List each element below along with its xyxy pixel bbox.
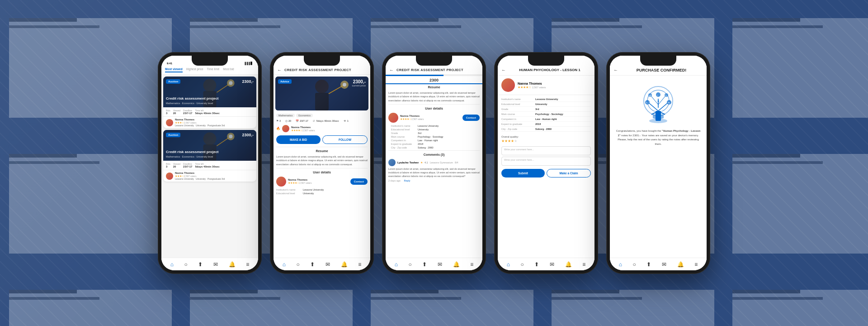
- phone-4: ← HUMAN PHYCHOLOGY - LESSON 1 Nanna Thom…: [494, 52, 598, 274]
- search-icon-4[interactable]: ○: [521, 261, 524, 268]
- contact-row-3: Nanna Thomes ★★★★☆2,567 voters Contact: [386, 111, 482, 124]
- page-title-2: CREDIT RISK ASSESSMENT PROJECT: [284, 68, 351, 72]
- avatar-p2-2: [276, 177, 286, 187]
- tab-most-viewed[interactable]: Most viewed: [165, 67, 183, 72]
- mail-icon-2[interactable]: ✉: [326, 261, 330, 268]
- meta-time: ⏱ 5days 40min 30sec: [313, 120, 339, 122]
- svg-point-11: [229, 134, 232, 138]
- submit-button-4[interactable]: Submit: [501, 169, 545, 177]
- follow-button[interactable]: FOLLOW: [322, 135, 368, 144]
- avatar-p4: [501, 78, 515, 92]
- card-1-1[interactable]: Auction 2300,- Credit risk assessment pr…: [163, 77, 256, 128]
- notch-3: [416, 56, 452, 66]
- search-icon-5[interactable]: ○: [633, 261, 636, 268]
- tab-most-bid[interactable]: Most bid: [223, 67, 234, 72]
- card-meta-2: Bids3 Viewed20 Deadline23/7-17 Time left…: [163, 161, 256, 170]
- card-image-1: Auction 2300,- Credit risk assessment pr…: [163, 77, 256, 107]
- card-title-1: Credit risk assessment project Mathemati…: [166, 96, 254, 105]
- home-icon-3[interactable]: ⌂: [395, 261, 398, 268]
- bell-icon-3[interactable]: 🔔: [453, 261, 460, 268]
- screen-3: ← CREDIT RISK ASSESSMENT PROJECT 2300 Re…: [386, 56, 482, 270]
- svg-point-13: [315, 80, 329, 93]
- advice-badge-2: Advice: [278, 79, 292, 84]
- meta-bids: ⚑ 3: [276, 120, 281, 122]
- svg-rect-14: [315, 93, 329, 110]
- svg-point-7: [203, 132, 217, 145]
- bell-icon-4[interactable]: 🔔: [565, 261, 572, 268]
- home-icon-1[interactable]: ⌂: [170, 261, 174, 268]
- user-details-table-3: Institution's nameLessons University Edu…: [386, 124, 482, 149]
- screen-1: 9:41 ▐▐▐ ▊ Most viewed Highest price Tim…: [161, 56, 258, 270]
- price-display-2: 2300,- current price: [352, 79, 366, 87]
- screen-5: ← PURCHASE CONFIRMED!: [610, 56, 707, 270]
- contact-button-3[interactable]: Contact: [462, 115, 480, 121]
- svg-point-17: [343, 83, 346, 86]
- mail-icon-3[interactable]: ✉: [438, 261, 442, 268]
- menu-icon-2[interactable]: ≡: [358, 261, 361, 268]
- share-icon-4[interactable]: ⬆: [534, 261, 539, 268]
- section-resume-2: Resume: [274, 148, 370, 154]
- section-comments-3: Comments (3): [386, 152, 482, 158]
- home-icon-5[interactable]: ⌂: [619, 261, 622, 268]
- bell-icon-2[interactable]: 🔔: [341, 261, 348, 268]
- bell-icon-1[interactable]: 🔔: [229, 261, 236, 268]
- menu-icon-1[interactable]: ≡: [246, 261, 249, 268]
- price-badge-2: 2300,-: [242, 133, 254, 137]
- quality-section-4: Overal quality: ★★★★★: [498, 134, 594, 145]
- auction-badge-2: Auction: [166, 133, 180, 137]
- tree-illustration: + ✎ ⚗ ♪ ✿ ☆: [610, 76, 707, 127]
- menu-icon-4[interactable]: ≡: [582, 261, 585, 268]
- resume-text-3: Lorem ipsum dolor sit amet, consectetur …: [386, 90, 482, 103]
- bell-icon-5[interactable]: 🔔: [677, 261, 684, 268]
- search-icon-1[interactable]: ○: [184, 261, 188, 268]
- search-icon-3[interactable]: ○: [409, 261, 412, 268]
- bottom-nav-1: ⌂ ○ ⬆ ✉ 🔔 ≡: [161, 258, 258, 270]
- section-user-3: User details: [386, 105, 482, 111]
- phone-2: ← CREDIT RISK ASSESSMENT PROJECT Advice …: [270, 52, 374, 274]
- comment-area-4-2[interactable]: Write your comment here...: [501, 157, 591, 166]
- home-icon-4[interactable]: ⌂: [507, 261, 510, 268]
- page-title-5: PURCHASE CONFIRMED!: [620, 68, 703, 72]
- mail-icon-5[interactable]: ✉: [662, 261, 666, 268]
- card-author-2: Nanna Thomes ★★★☆2,567 voters Lessons Un…: [163, 170, 256, 182]
- card-1-2[interactable]: Auction 2300,- Credit risk assessment pr…: [163, 130, 256, 182]
- svg-text:✎: ✎: [646, 101, 648, 104]
- auction-badge-1: Auction: [166, 79, 180, 84]
- bid-button[interactable]: MAKE A BID: [276, 135, 321, 144]
- reply-link[interactable]: Reply: [404, 179, 410, 182]
- svg-line-22: [649, 103, 658, 111]
- comment-avatar: [388, 159, 396, 166]
- mail-icon-4[interactable]: ✉: [550, 261, 554, 268]
- fire-icon-2: 🔥: [276, 127, 280, 130]
- home-icon-2[interactable]: ⌂: [283, 261, 286, 268]
- comment-area-4-1[interactable]: Write your comment here...: [501, 146, 591, 155]
- menu-icon-3[interactable]: ≡: [470, 261, 473, 268]
- avatar-p2: [282, 125, 289, 132]
- page-title-3: CREDIT RISK ASSESSMENT PROJECT: [396, 68, 463, 72]
- tab-time-limit[interactable]: Time limit: [207, 67, 220, 72]
- card-author-1: Nanna Thomes ★★★☆2,567 voters Lessons Un…: [163, 117, 256, 128]
- phone-5: ← PURCHASE CONFIRMED!: [606, 52, 710, 274]
- section-resume-3: Resume: [386, 84, 482, 90]
- tag-econ: Economics: [296, 114, 313, 117]
- contact-button-2[interactable]: Contact: [350, 178, 368, 185]
- back-arrow-5[interactable]: ←: [613, 67, 618, 72]
- back-arrow-2[interactable]: ←: [277, 67, 282, 72]
- congrats-text-5: Congratulations, you have bought the "Hu…: [610, 127, 707, 148]
- svg-text:☆: ☆: [665, 95, 667, 97]
- menu-icon-5[interactable]: ≡: [694, 261, 698, 268]
- back-arrow-4[interactable]: ←: [501, 67, 506, 72]
- tab-highest-price[interactable]: Highest price: [186, 67, 203, 72]
- back-arrow-3[interactable]: ←: [389, 67, 394, 72]
- share-icon-1[interactable]: ⬆: [198, 261, 203, 268]
- claim-button-4[interactable]: Make a Claim: [547, 169, 591, 177]
- svg-point-19: [649, 119, 667, 123]
- share-icon-5[interactable]: ⬆: [646, 261, 651, 268]
- mail-icon-1[interactable]: ✉: [213, 261, 218, 268]
- search-icon-2[interactable]: ○: [297, 261, 300, 268]
- notch-2: [304, 56, 340, 66]
- section-user-2: User details: [274, 169, 370, 175]
- share-icon-3[interactable]: ⬆: [422, 261, 427, 268]
- meta-views: ◎ 20: [285, 120, 291, 122]
- share-icon-2[interactable]: ⬆: [310, 261, 315, 268]
